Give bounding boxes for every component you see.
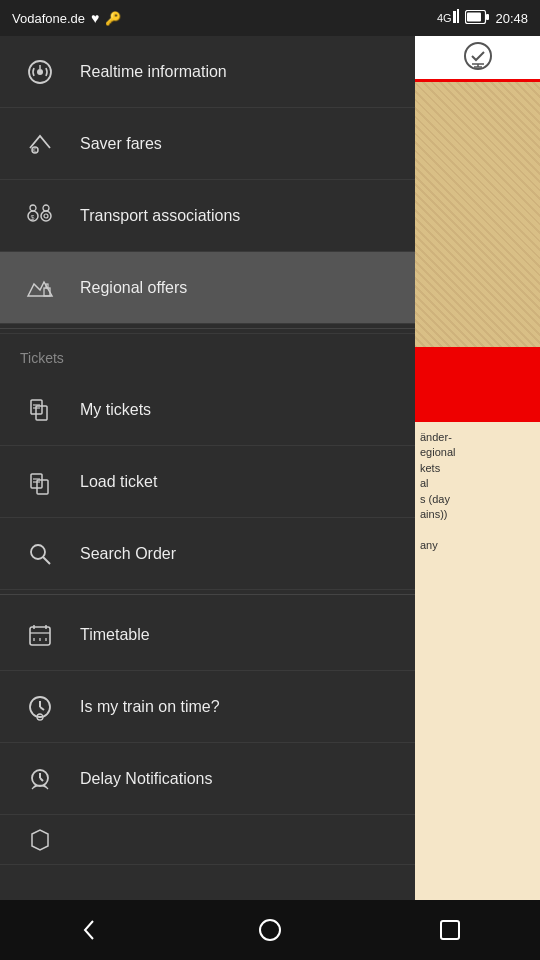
drawer-item-more[interactable] (0, 815, 415, 865)
back-icon (77, 917, 103, 943)
my-tickets-label: My tickets (80, 401, 151, 419)
done-icon (459, 39, 497, 77)
navigation-bar (0, 900, 540, 960)
status-right: 4G 20:48 (437, 9, 528, 28)
drawer-item-regional-offers[interactable]: Regional offers (0, 252, 415, 324)
svg-point-17 (41, 211, 51, 221)
load-ticket-label: Load ticket (80, 473, 157, 491)
drawer-item-search-order[interactable]: Search Order (0, 518, 415, 590)
saver-icon: € (20, 130, 60, 158)
time-display: 20:48 (495, 11, 528, 26)
svg-rect-51 (441, 921, 459, 939)
drawer-item-saver-fares[interactable]: € Saver fares (0, 108, 415, 180)
saver-fares-label: Saver fares (80, 135, 162, 153)
realtime-information-label: Realtime information (80, 63, 227, 81)
train-on-time-label: Is my train on time? (80, 698, 220, 716)
svg-rect-4 (486, 14, 489, 20)
panel-footer-text: any (420, 539, 438, 551)
regional-offers-label: Regional offers (80, 279, 187, 297)
heart-icon: ♥ (91, 10, 99, 26)
svg-point-44 (39, 716, 41, 718)
home-icon (257, 917, 283, 943)
timetable-icon (20, 621, 60, 649)
drawer-item-delay-notifications[interactable]: Delay Notifications (0, 743, 415, 815)
svg-point-50 (260, 920, 280, 940)
main-layout: änder-egionalketsals (dayains)) any Real… (0, 36, 540, 960)
panel-body-text: änder-egionalketsals (dayains)) (420, 431, 455, 520)
svg-text:$: $ (31, 214, 35, 221)
more-icon (20, 826, 60, 854)
right-panel-header (415, 36, 540, 82)
svg-point-11 (37, 69, 43, 75)
drawer-item-transport-associations[interactable]: $ Transport associations (0, 180, 415, 252)
drawer-item-realtime-information[interactable]: Realtime information (0, 36, 415, 108)
cork-image (415, 82, 540, 347)
status-bar: Vodafone.de ♥ 🔑 4G 20:48 (0, 0, 540, 36)
train-time-icon (20, 693, 60, 721)
section-divider-tickets (0, 328, 415, 329)
recent-icon (437, 917, 463, 943)
svg-point-31 (31, 545, 45, 559)
svg-rect-2 (457, 9, 459, 23)
svg-line-32 (43, 557, 50, 564)
right-panel-text: änder-egionalketsals (dayains)) any (415, 422, 540, 561)
svg-rect-1 (453, 11, 456, 23)
realtime-icon (20, 58, 60, 86)
drawer-item-train-on-time[interactable]: Is my train on time? (0, 671, 415, 743)
my-tickets-icon (20, 396, 60, 424)
transport-icon: $ (20, 203, 60, 229)
carrier-name: Vodafone.de (12, 11, 85, 26)
transport-associations-label: Transport associations (80, 207, 240, 225)
back-button[interactable] (60, 900, 120, 960)
drawer-item-my-tickets[interactable]: My tickets (0, 374, 415, 446)
svg-line-47 (40, 778, 43, 781)
search-order-icon (20, 540, 60, 568)
right-panel: änder-egionalketsals (dayains)) any (415, 36, 540, 960)
section-divider-more (0, 594, 415, 595)
drawer-item-load-ticket[interactable]: Load ticket (0, 446, 415, 518)
key-icon: 🔑 (105, 11, 121, 26)
timetable-label: Timetable (80, 626, 150, 644)
home-button[interactable] (240, 900, 300, 960)
signal-icon: 4G (437, 9, 459, 28)
svg-point-19 (30, 205, 36, 211)
drawer-item-timetable[interactable]: Timetable (0, 599, 415, 671)
svg-line-42 (40, 707, 44, 710)
recent-button[interactable] (420, 900, 480, 960)
svg-rect-33 (30, 627, 50, 645)
battery-icon (465, 10, 489, 27)
svg-point-18 (44, 214, 48, 218)
svg-rect-5 (467, 12, 481, 21)
red-bar (415, 347, 540, 422)
load-ticket-icon (20, 468, 60, 496)
status-left: Vodafone.de ♥ 🔑 (12, 10, 121, 26)
svg-point-20 (43, 205, 49, 211)
drawer: Realtime information € Saver fares $ (0, 36, 415, 960)
svg-text:4G: 4G (437, 12, 452, 24)
delay-notifications-label: Delay Notifications (80, 770, 213, 788)
delay-icon (20, 765, 60, 793)
search-order-label: Search Order (80, 545, 176, 563)
tickets-section-header: Tickets (0, 333, 415, 374)
regional-icon (20, 274, 60, 302)
